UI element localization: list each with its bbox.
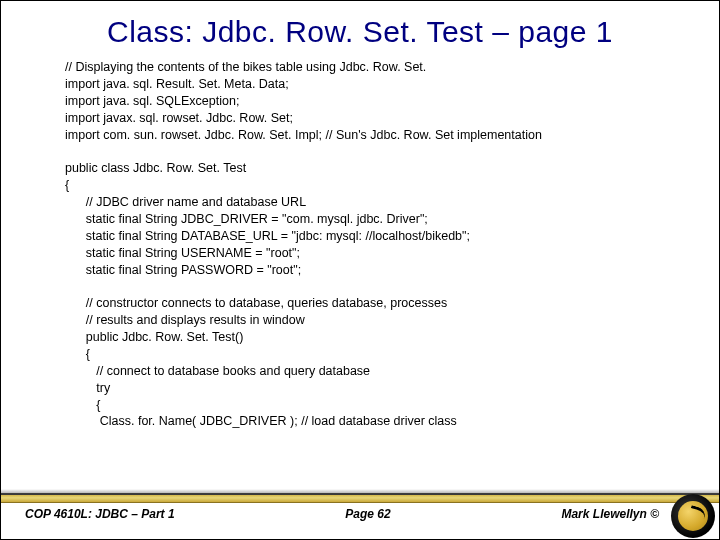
footer-author: Mark Llewellyn © (561, 507, 659, 521)
footer-page: Page 62 (175, 507, 562, 521)
footer: COP 4610L: JDBC – Part 1 Page 62 Mark Ll… (1, 493, 719, 539)
ucf-logo-icon (671, 494, 715, 538)
slide: Class: Jdbc. Row. Set. Test – page 1 // … (0, 0, 720, 540)
footer-course: COP 4610L: JDBC – Part 1 (25, 507, 175, 521)
code-block: // Displaying the contents of the bikes … (1, 59, 719, 430)
footer-gold-bar (1, 495, 719, 503)
slide-title: Class: Jdbc. Row. Set. Test – page 1 (1, 15, 719, 49)
footer-content: COP 4610L: JDBC – Part 1 Page 62 Mark Ll… (1, 507, 719, 521)
